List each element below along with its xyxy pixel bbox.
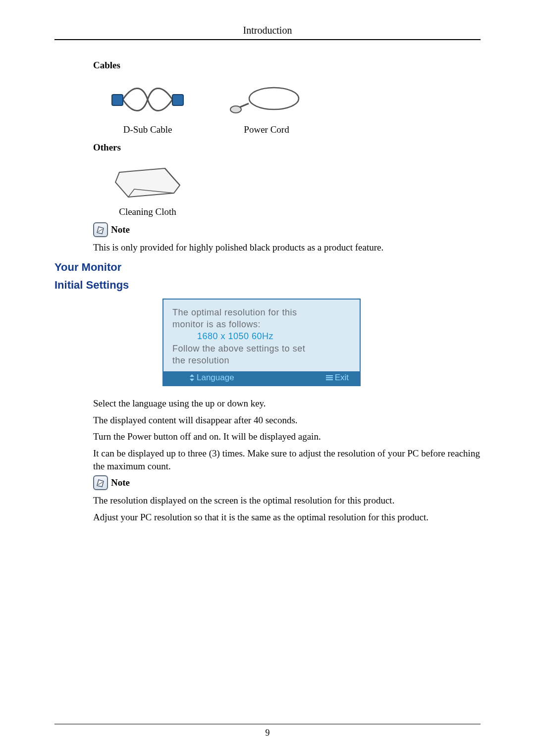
osd-language-option[interactable]: Language — [189, 373, 234, 383]
others-heading: Others — [93, 142, 481, 153]
others-item-cloth: Cleaning Cloth — [93, 160, 202, 217]
note2-label: Note — [111, 477, 130, 488]
menu-bars-icon — [326, 375, 333, 381]
up-down-arrows-icon — [189, 374, 195, 381]
dsub-cable-illustration — [108, 78, 187, 121]
note-icon — [93, 475, 108, 490]
para-three-times: It can be displayed up to three (3) time… — [93, 447, 481, 472]
osd-dialog: The optimal resolution for this monitor … — [162, 299, 361, 386]
osd-language-label: Language — [197, 373, 234, 383]
your-monitor-heading: Your Monitor — [54, 261, 481, 274]
initial-settings-heading: Initial Settings — [54, 279, 481, 292]
osd-line4: the resolution — [172, 354, 351, 366]
osd-exit-label: Exit — [335, 373, 349, 383]
page-header-title: Introduction — [54, 25, 481, 36]
note2-row: Note — [93, 475, 481, 490]
note1-row: Note — [93, 222, 481, 237]
dsub-caption: D-Sub Cable — [123, 124, 172, 135]
page-root: Introduction Cables D-Sub Cable — [0, 0, 535, 756]
cleaning-cloth-illustration — [108, 160, 187, 203]
cable-item-power: Power Cord — [212, 78, 321, 135]
cloth-caption: Cleaning Cloth — [119, 206, 176, 217]
footer-rule — [54, 724, 481, 724]
svg-point-3 — [230, 106, 241, 113]
power-cord-illustration — [227, 78, 306, 121]
osd-line2: monitor is as follows: — [172, 318, 351, 330]
page-number: 9 — [0, 728, 535, 738]
note2-text1: The resolution displayed on the screen i… — [93, 494, 481, 507]
para-disappear: The displayed content will disappear aft… — [93, 414, 481, 427]
para-select-language: Select the language using the up or down… — [93, 397, 481, 410]
note1-label: Note — [111, 224, 130, 235]
svg-rect-1 — [172, 95, 183, 105]
osd-exit-option[interactable]: Exit — [326, 373, 349, 383]
cables-row: D-Sub Cable Power Cord — [93, 78, 481, 135]
note-icon — [93, 222, 108, 237]
osd-resolution: 1680 x 1050 60Hz — [172, 330, 351, 342]
svg-rect-6 — [326, 379, 333, 380]
osd-body: The optimal resolution for this monitor … — [163, 300, 360, 371]
cable-item-dsub: D-Sub Cable — [93, 78, 202, 135]
power-caption: Power Cord — [244, 124, 289, 135]
header-rule — [54, 39, 481, 40]
svg-rect-5 — [326, 377, 333, 378]
osd-line1: The optimal resolution for this — [172, 306, 351, 318]
others-row: Cleaning Cloth — [93, 160, 481, 217]
osd-footer: Language Exit — [163, 371, 360, 385]
content-area: Cables D-Sub Cable — [54, 60, 481, 524]
cables-heading: Cables — [93, 60, 481, 71]
svg-rect-0 — [112, 95, 123, 105]
svg-point-2 — [249, 88, 299, 109]
osd-line3: Follow the above settings to set — [172, 343, 351, 354]
svg-rect-4 — [326, 375, 333, 376]
note1-text: This is only provided for highly polishe… — [93, 241, 481, 254]
para-power-button: Turn the Power button off and on. It wil… — [93, 430, 481, 443]
note2-text2: Adjust your PC resolution so that it is … — [93, 511, 481, 524]
